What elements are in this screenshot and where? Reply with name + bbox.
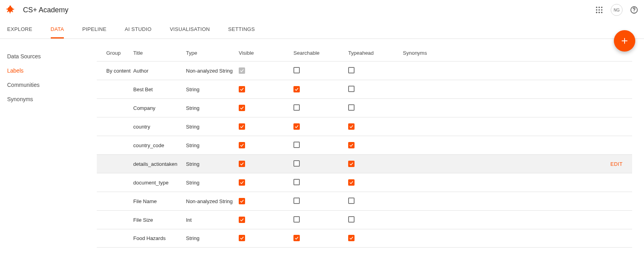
cell-typeahead bbox=[348, 142, 400, 149]
app-logo-icon bbox=[6, 5, 16, 15]
cell-visible bbox=[239, 217, 290, 223]
searchable-checkbox[interactable] bbox=[293, 123, 300, 130]
cell-typeahead bbox=[348, 179, 400, 186]
typeahead-checkbox[interactable] bbox=[348, 179, 355, 186]
cell-title: Food Hazards bbox=[133, 235, 183, 241]
col-group: Group bbox=[106, 50, 130, 56]
typeahead-checkbox[interactable] bbox=[348, 235, 355, 241]
cell-type: String bbox=[186, 235, 236, 241]
main-panel: Group Title Type Visible Searchable Type… bbox=[97, 39, 644, 265]
typeahead-checkbox[interactable] bbox=[348, 161, 355, 167]
tab-data[interactable]: DATA bbox=[51, 20, 64, 38]
cell-type: String bbox=[186, 105, 236, 111]
add-button[interactable] bbox=[614, 30, 635, 52]
top-actions: NG bbox=[595, 4, 638, 16]
typeahead-checkbox[interactable] bbox=[348, 216, 355, 223]
sidenav-item-labels[interactable]: Labels bbox=[7, 63, 97, 78]
cell-typeahead bbox=[348, 198, 400, 205]
visible-checkbox[interactable] bbox=[239, 86, 245, 92]
searchable-checkbox[interactable] bbox=[293, 235, 300, 241]
sidenav-item-data-sources[interactable]: Data Sources bbox=[7, 49, 97, 63]
typeahead-checkbox[interactable] bbox=[348, 67, 355, 73]
cell-visible bbox=[239, 161, 290, 167]
help-icon[interactable] bbox=[630, 6, 638, 14]
visible-checkbox[interactable] bbox=[239, 161, 245, 167]
svg-point-6 bbox=[596, 12, 598, 13]
searchable-checkbox[interactable] bbox=[293, 104, 300, 111]
sidenav: Data SourcesLabelsCommunitiesSynonyms bbox=[0, 39, 97, 265]
tab-pipeline[interactable]: PIPELINE bbox=[82, 20, 106, 38]
cell-searchable bbox=[293, 216, 345, 224]
cell-actions: EDIT bbox=[591, 161, 623, 167]
cell-title: File Size bbox=[133, 217, 183, 223]
sidenav-item-communities[interactable]: Communities bbox=[7, 78, 97, 92]
col-typeahead: Typeahead bbox=[348, 50, 400, 56]
searchable-checkbox[interactable] bbox=[293, 216, 300, 223]
tab-explore[interactable]: EXPLORE bbox=[7, 20, 33, 38]
visible-checkbox[interactable] bbox=[239, 235, 245, 241]
table-row: document_typeString bbox=[97, 173, 632, 192]
cell-typeahead bbox=[348, 67, 400, 75]
cell-title: country_code bbox=[133, 142, 183, 148]
visible-checkbox[interactable] bbox=[239, 179, 245, 186]
cell-visible bbox=[239, 235, 290, 242]
cell-visible bbox=[239, 86, 290, 93]
cell-type: Non-analyzed String bbox=[186, 198, 236, 204]
cell-searchable bbox=[293, 142, 345, 149]
visible-checkbox[interactable] bbox=[239, 67, 245, 74]
searchable-checkbox[interactable] bbox=[293, 86, 300, 92]
svg-point-8 bbox=[601, 12, 603, 13]
searchable-checkbox[interactable] bbox=[293, 67, 300, 73]
table-row: countryString bbox=[97, 117, 632, 136]
cell-searchable bbox=[293, 198, 345, 205]
cell-searchable bbox=[293, 86, 345, 93]
col-type: Type bbox=[186, 50, 236, 56]
cell-type: String bbox=[186, 180, 236, 186]
cell-visible bbox=[239, 123, 290, 130]
cell-searchable bbox=[293, 235, 345, 242]
cell-visible bbox=[239, 198, 290, 205]
cell-typeahead bbox=[348, 104, 400, 112]
cell-title: details_actiontaken bbox=[133, 161, 183, 167]
sidenav-item-synonyms[interactable]: Synonyms bbox=[7, 92, 97, 106]
edit-link[interactable]: EDIT bbox=[610, 161, 623, 167]
content: Data SourcesLabelsCommunitiesSynonyms Gr… bbox=[0, 39, 644, 265]
typeahead-checkbox[interactable] bbox=[348, 142, 355, 148]
tab-settings[interactable]: SETTINGS bbox=[228, 20, 255, 38]
typeahead-checkbox[interactable] bbox=[348, 104, 355, 111]
visible-checkbox[interactable] bbox=[239, 142, 245, 148]
table-row: CompanyString bbox=[97, 98, 632, 117]
cell-typeahead bbox=[348, 86, 400, 93]
searchable-checkbox[interactable] bbox=[293, 179, 300, 185]
searchable-checkbox[interactable] bbox=[293, 160, 300, 167]
table-row: By contentAuthorNon-analyzed String bbox=[97, 61, 632, 80]
searchable-checkbox[interactable] bbox=[293, 142, 300, 148]
typeahead-checkbox[interactable] bbox=[348, 86, 355, 92]
user-avatar[interactable]: NG bbox=[611, 4, 623, 16]
cell-type: Int bbox=[186, 217, 236, 223]
table-row: Best BetString bbox=[97, 80, 632, 98]
table-row: File NameNon-analyzed String bbox=[97, 192, 632, 210]
apps-grid-icon[interactable] bbox=[595, 6, 604, 14]
typeahead-checkbox[interactable] bbox=[348, 198, 355, 204]
visible-checkbox[interactable] bbox=[239, 198, 245, 204]
visible-checkbox[interactable] bbox=[239, 105, 245, 111]
cell-type: String bbox=[186, 86, 236, 92]
searchable-checkbox[interactable] bbox=[293, 198, 300, 204]
visible-checkbox[interactable] bbox=[239, 123, 245, 130]
main-tabs: EXPLOREDATAPIPELINEAI STUDIOVISUALISATIO… bbox=[0, 20, 644, 39]
tab-visualisation[interactable]: VISUALISATION bbox=[170, 20, 210, 38]
table-row: Food HazardsString bbox=[97, 229, 632, 248]
cell-title: Author bbox=[133, 68, 183, 74]
table-row: File SizeInt bbox=[97, 210, 632, 229]
visible-checkbox[interactable] bbox=[239, 217, 245, 223]
cell-title: Best Bet bbox=[133, 86, 183, 92]
cell-visible bbox=[239, 179, 290, 186]
cell-type: String bbox=[186, 161, 236, 167]
cell-type: String bbox=[186, 124, 236, 130]
tab-ai-studio[interactable]: AI STUDIO bbox=[125, 20, 151, 38]
cell-title: Company bbox=[133, 105, 183, 111]
typeahead-checkbox[interactable] bbox=[348, 123, 355, 130]
svg-point-5 bbox=[601, 9, 603, 11]
topbar: CS+ Academy NG bbox=[0, 0, 644, 20]
